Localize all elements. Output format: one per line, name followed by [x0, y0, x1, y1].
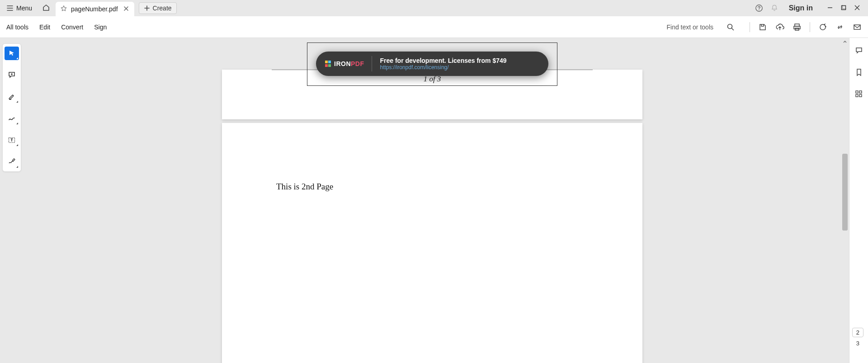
tool-menu-indicator — [16, 166, 18, 168]
close-window-button[interactable] — [854, 5, 860, 12]
window-controls — [823, 5, 864, 12]
left-tools-panel — [2, 43, 21, 172]
svg-rect-9 — [854, 25, 860, 29]
select-tool[interactable] — [5, 47, 19, 60]
scroll-thumb[interactable] — [842, 154, 848, 231]
help-icon — [755, 4, 763, 12]
svg-rect-11 — [856, 91, 858, 93]
svg-rect-2 — [842, 6, 846, 10]
chevron-up-icon — [843, 40, 847, 44]
tool-menu-indicator — [16, 123, 18, 124]
link-button[interactable] — [835, 23, 844, 32]
right-tools-rail: 2 3 — [849, 38, 868, 363]
share-feedback-button[interactable] — [818, 23, 827, 32]
separator — [810, 22, 810, 32]
scroll-track[interactable] — [841, 46, 849, 363]
titlebar-right: Sign in — [755, 4, 866, 13]
banner-url[interactable]: https://ironpdf.com/licensing/ — [380, 64, 507, 71]
menu-label: Menu — [16, 5, 32, 12]
plus-icon — [144, 5, 150, 11]
svg-point-8 — [820, 24, 826, 30]
total-pages-label: 3 — [852, 340, 863, 347]
search-button[interactable] — [726, 23, 735, 32]
comments-panel-button[interactable] — [854, 46, 863, 55]
mail-icon — [853, 23, 861, 31]
save-icon — [759, 23, 767, 31]
cursor-icon — [8, 50, 15, 57]
comment-icon — [8, 71, 16, 79]
close-icon — [123, 6, 129, 11]
document-tab[interactable]: pageNumber.pdf — [56, 2, 134, 16]
bookmark-icon — [855, 68, 863, 76]
separator — [750, 22, 750, 32]
tab-filename: pageNumber.pdf — [71, 5, 118, 13]
create-button[interactable]: Create — [139, 2, 177, 14]
minimize-button[interactable] — [827, 5, 833, 12]
scroll-up-button[interactable] — [841, 38, 849, 46]
find-text-button[interactable]: Find text or tools — [667, 24, 716, 31]
titlebar: Menu pageNumber.pdf Create Sign in — [0, 0, 868, 16]
maximize-button[interactable] — [841, 5, 846, 12]
document-page-1-footer: 1 of 3 — [222, 70, 642, 119]
star-icon[interactable] — [60, 5, 67, 14]
menu-convert[interactable]: Convert — [61, 24, 83, 31]
textbox-icon — [8, 136, 16, 144]
hamburger-icon — [6, 5, 14, 12]
comment-tool[interactable] — [5, 68, 19, 82]
page-body-text: This is 2nd Page — [276, 182, 333, 191]
maximize-icon — [841, 5, 846, 10]
logo-text-iron: IRON — [334, 60, 351, 67]
logo-icon — [325, 61, 331, 67]
print-icon — [793, 23, 801, 31]
highlight-tool[interactable] — [5, 90, 19, 104]
draw-icon — [8, 114, 16, 123]
ironpdf-logo: IRONPDF — [325, 56, 372, 71]
draw-tool[interactable] — [5, 112, 19, 125]
print-button[interactable] — [793, 23, 802, 32]
toolbar-icons — [746, 22, 862, 32]
main-menu-button[interactable]: Menu — [2, 3, 37, 14]
highlighter-icon — [8, 93, 16, 101]
menu-all-tools[interactable]: All tools — [6, 24, 28, 31]
vertical-scrollbar[interactable] — [841, 38, 849, 363]
signin-button[interactable]: Sign in — [785, 4, 816, 12]
content-area: 1 of 3 This is 2nd Page IRONPDF Free for… — [0, 38, 868, 363]
help-button[interactable] — [755, 4, 764, 13]
menu-edit[interactable]: Edit — [39, 24, 50, 31]
minimize-icon — [827, 5, 833, 10]
tab-close-button[interactable] — [122, 5, 131, 13]
create-label: Create — [153, 5, 172, 12]
tool-menu-indicator — [16, 144, 18, 146]
notifications-button[interactable] — [770, 4, 779, 13]
close-icon — [854, 5, 860, 10]
sign-tool[interactable] — [5, 155, 19, 169]
svg-rect-14 — [859, 94, 862, 97]
page-indicator: 2 3 — [852, 328, 863, 347]
tool-menu-indicator — [16, 101, 18, 103]
banner-message: Free for development. Licenses from $749… — [380, 57, 507, 71]
save-button[interactable] — [758, 23, 767, 32]
titlebar-left: Menu pageNumber.pdf Create — [2, 0, 177, 16]
email-button[interactable] — [853, 23, 862, 32]
license-banner[interactable]: IRONPDF Free for development. Licenses f… — [316, 52, 548, 76]
document-viewer[interactable]: 1 of 3 This is 2nd Page IRONPDF Free for… — [24, 38, 841, 363]
ai-assist-icon — [819, 23, 827, 31]
search-icon — [726, 23, 735, 31]
link-icon — [836, 23, 844, 31]
left-tools-rail — [0, 38, 24, 363]
textbox-tool[interactable] — [5, 133, 19, 147]
home-button[interactable] — [38, 2, 54, 15]
document-page-2: This is 2nd Page — [222, 123, 642, 363]
home-icon — [42, 4, 50, 12]
cloud-upload-icon — [775, 23, 784, 31]
current-page-input[interactable]: 2 — [852, 328, 863, 337]
upload-cloud-button[interactable] — [775, 23, 784, 32]
tool-menu-indicator — [16, 57, 18, 59]
page-gap — [24, 119, 841, 123]
bookmarks-panel-button[interactable] — [854, 68, 863, 77]
signature-icon — [8, 158, 16, 166]
menu-sign[interactable]: Sign — [94, 24, 107, 31]
svg-rect-13 — [856, 94, 858, 97]
thumbnails-panel-button[interactable] — [854, 90, 863, 99]
grid-icon — [855, 90, 863, 98]
